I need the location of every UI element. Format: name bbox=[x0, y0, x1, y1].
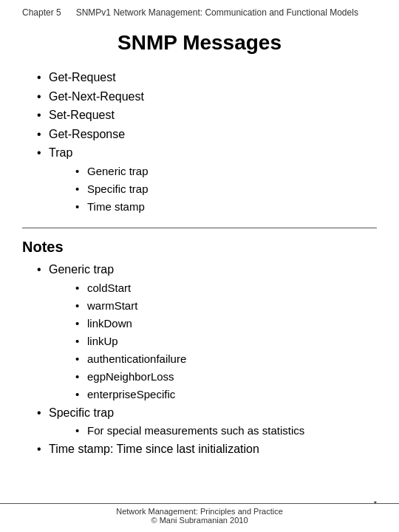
notes-cold-start: coldStart bbox=[75, 279, 377, 297]
notes-warm-start: warmStart bbox=[75, 297, 377, 315]
notes-enterprise-specific: enterpriseSpecific bbox=[75, 386, 377, 403]
slide-title: SNMP Messages bbox=[22, 31, 377, 55]
notes-time-stamp: Time stamp: Time since last initializati… bbox=[37, 440, 377, 459]
footer: Network Management: Principles and Pract… bbox=[0, 503, 399, 525]
notes-bullet-list: Generic trap coldStart warmStart linkDow… bbox=[22, 260, 377, 459]
header-subtitle: SNMPv1 Network Management: Communication… bbox=[76, 7, 358, 18]
notes-specific-trap: Specific trap For special measurements s… bbox=[37, 403, 377, 440]
header: Chapter 5 SNMPv1 Network Management: Com… bbox=[22, 0, 377, 22]
chapter-label: Chapter 5 bbox=[22, 7, 61, 18]
notes-auth-failure: authenticationfailure bbox=[75, 350, 377, 368]
bullet-set-request: Set-Request bbox=[37, 106, 377, 125]
trap-sub-list: Generic trap Specific trap Time stamp bbox=[49, 163, 377, 216]
sub-bullet-generic-trap: Generic trap bbox=[75, 163, 377, 180]
notes-egp-neighbor-loss: egpNeighborLoss bbox=[75, 368, 377, 386]
sub-bullet-specific-trap: Specific trap bbox=[75, 180, 377, 198]
bullet-get-request: Get-Request bbox=[37, 68, 377, 87]
notes-link-up: linkUp bbox=[75, 332, 377, 350]
notes-generic-trap-sub-list: coldStart warmStart linkDown linkUp auth… bbox=[49, 279, 377, 403]
notes-section: Notes Generic trap coldStart warmStart l… bbox=[22, 236, 377, 459]
main-bullet-list: Get-Request Get-Next-Request Set-Request… bbox=[22, 68, 377, 216]
page: Chapter 5 SNMPv1 Network Management: Com… bbox=[0, 0, 399, 532]
footer-line2: © Mani Subramanian 2010 bbox=[0, 516, 399, 525]
notes-heading: Notes bbox=[22, 239, 377, 256]
section-divider bbox=[22, 228, 377, 228]
bullet-get-next-request: Get-Next-Request bbox=[37, 87, 377, 106]
notes-generic-trap: Generic trap coldStart warmStart linkDow… bbox=[37, 260, 377, 403]
notes-specific-trap-detail: For special measurements such as statist… bbox=[75, 422, 377, 440]
bullet-trap: Trap Generic trap Specific trap Time sta… bbox=[37, 143, 377, 216]
notes-specific-trap-sub-list: For special measurements such as statist… bbox=[49, 422, 377, 440]
sub-bullet-time-stamp: Time stamp bbox=[75, 198, 377, 216]
footer-line1: Network Management: Principles and Pract… bbox=[0, 507, 399, 516]
bullet-get-response: Get-Response bbox=[37, 125, 377, 144]
notes-link-down: linkDown bbox=[75, 315, 377, 332]
